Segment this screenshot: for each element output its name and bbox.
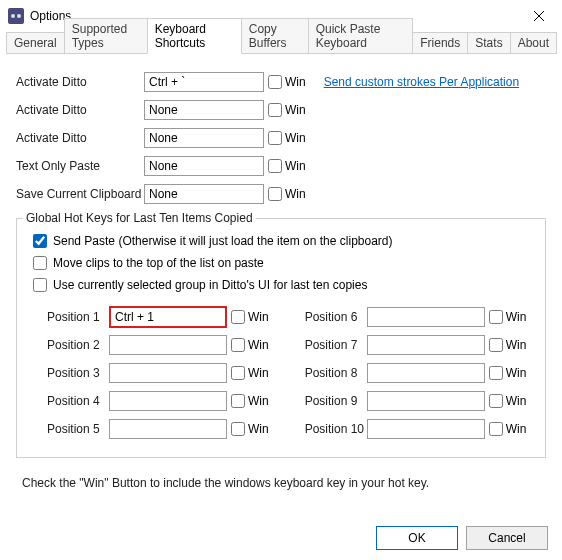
position-row: Position 10 Win bbox=[305, 417, 527, 441]
win-checkbox[interactable] bbox=[489, 310, 503, 324]
win-checkbox[interactable] bbox=[489, 422, 503, 436]
position-3-input[interactable] bbox=[109, 363, 227, 383]
position-row: Position 4 Win bbox=[47, 389, 269, 413]
text-only-paste-input[interactable] bbox=[144, 156, 264, 176]
win-check[interactable]: Win bbox=[489, 422, 527, 436]
option-label: Send Paste (Otherwise it will just load … bbox=[53, 234, 393, 248]
win-checkbox[interactable] bbox=[489, 366, 503, 380]
cancel-button[interactable]: Cancel bbox=[466, 526, 548, 550]
options-window: Options General Supported Types Keyboard… bbox=[0, 0, 562, 560]
position-2-input[interactable] bbox=[109, 335, 227, 355]
activate-ditto-input-2[interactable] bbox=[144, 100, 264, 120]
position-4-input[interactable] bbox=[109, 391, 227, 411]
close-button[interactable] bbox=[516, 0, 562, 32]
win-label: Win bbox=[248, 366, 269, 380]
win-check[interactable]: Win bbox=[268, 159, 306, 173]
position-9-input[interactable] bbox=[367, 391, 485, 411]
win-label: Win bbox=[285, 159, 306, 173]
win-checkbox[interactable] bbox=[231, 422, 245, 436]
shortcut-row: Text Only Paste Win bbox=[16, 154, 546, 178]
win-checkbox[interactable] bbox=[489, 338, 503, 352]
tab-keyboard-shortcuts[interactable]: Keyboard Shortcuts bbox=[147, 18, 242, 54]
win-label: Win bbox=[285, 131, 306, 145]
win-label: Win bbox=[506, 394, 527, 408]
activate-ditto-input-1[interactable] bbox=[144, 72, 264, 92]
win-checkbox[interactable] bbox=[231, 366, 245, 380]
global-hotkeys-group: Global Hot Keys for Last Ten Items Copie… bbox=[16, 218, 546, 458]
shortcut-label: Text Only Paste bbox=[16, 159, 144, 173]
dialog-button-bar: OK Cancel bbox=[376, 526, 548, 550]
tab-about[interactable]: About bbox=[510, 32, 557, 54]
ok-button[interactable]: OK bbox=[376, 526, 458, 550]
shortcut-row: Save Current Clipboard Win bbox=[16, 182, 546, 206]
position-row: Position 8 Win bbox=[305, 361, 527, 385]
save-current-clipboard-input[interactable] bbox=[144, 184, 264, 204]
win-checkbox[interactable] bbox=[231, 394, 245, 408]
tab-stats[interactable]: Stats bbox=[467, 32, 510, 54]
tab-supported-types[interactable]: Supported Types bbox=[64, 18, 148, 54]
position-6-input[interactable] bbox=[367, 307, 485, 327]
win-checkbox[interactable] bbox=[268, 187, 282, 201]
win-label: Win bbox=[506, 366, 527, 380]
win-label: Win bbox=[506, 338, 527, 352]
win-check[interactable]: Win bbox=[268, 103, 306, 117]
win-check[interactable]: Win bbox=[231, 310, 269, 324]
shortcut-label: Activate Ditto bbox=[16, 75, 144, 89]
footnote-text: Check the "Win" Button to include the wi… bbox=[22, 476, 546, 490]
position-10-input[interactable] bbox=[367, 419, 485, 439]
win-label: Win bbox=[248, 310, 269, 324]
win-checkbox[interactable] bbox=[268, 159, 282, 173]
position-label: Position 10 bbox=[305, 422, 367, 436]
use-selected-group-checkbox[interactable] bbox=[33, 278, 47, 292]
win-label: Win bbox=[506, 310, 527, 324]
position-5-input[interactable] bbox=[109, 419, 227, 439]
position-label: Position 4 bbox=[47, 394, 109, 408]
position-1-input[interactable] bbox=[109, 306, 227, 328]
tab-friends[interactable]: Friends bbox=[412, 32, 468, 54]
position-row: Position 9 Win bbox=[305, 389, 527, 413]
tab-quick-paste-keyboard[interactable]: Quick Paste Keyboard bbox=[308, 18, 414, 54]
position-label: Position 7 bbox=[305, 338, 367, 352]
win-checkbox[interactable] bbox=[231, 338, 245, 352]
send-paste-checkbox[interactable] bbox=[33, 234, 47, 248]
win-check[interactable]: Win bbox=[489, 366, 527, 380]
app-icon bbox=[8, 8, 24, 24]
win-check[interactable]: Win bbox=[231, 366, 269, 380]
win-checkbox[interactable] bbox=[268, 131, 282, 145]
shortcut-row: Activate Ditto Win Send custom strokes P… bbox=[16, 70, 546, 94]
group-title: Global Hot Keys for Last Ten Items Copie… bbox=[23, 211, 256, 225]
option-row: Send Paste (Otherwise it will just load … bbox=[27, 231, 535, 251]
win-checkbox[interactable] bbox=[268, 103, 282, 117]
win-check[interactable]: Win bbox=[268, 187, 306, 201]
tab-strip: General Supported Types Keyboard Shortcu… bbox=[0, 32, 562, 54]
move-clips-top-checkbox[interactable] bbox=[33, 256, 47, 270]
position-label: Position 9 bbox=[305, 394, 367, 408]
tab-copy-buffers[interactable]: Copy Buffers bbox=[241, 18, 309, 54]
win-check[interactable]: Win bbox=[489, 310, 527, 324]
position-8-input[interactable] bbox=[367, 363, 485, 383]
win-check[interactable]: Win bbox=[268, 75, 306, 89]
position-7-input[interactable] bbox=[367, 335, 485, 355]
win-check[interactable]: Win bbox=[231, 394, 269, 408]
position-label: Position 8 bbox=[305, 366, 367, 380]
send-custom-strokes-link[interactable]: Send custom strokes Per Application bbox=[324, 75, 519, 89]
win-check[interactable]: Win bbox=[489, 394, 527, 408]
position-row: Position 3 Win bbox=[47, 361, 269, 385]
win-check[interactable]: Win bbox=[268, 131, 306, 145]
win-checkbox[interactable] bbox=[489, 394, 503, 408]
option-row: Move clips to the top of the list on pas… bbox=[27, 253, 535, 273]
activate-ditto-input-3[interactable] bbox=[144, 128, 264, 148]
win-check[interactable]: Win bbox=[231, 338, 269, 352]
win-checkbox[interactable] bbox=[268, 75, 282, 89]
option-row: Use currently selected group in Ditto's … bbox=[27, 275, 535, 295]
position-row: Position 7 Win bbox=[305, 333, 527, 357]
position-label: Position 1 bbox=[47, 310, 109, 324]
win-check[interactable]: Win bbox=[231, 422, 269, 436]
win-label: Win bbox=[285, 187, 306, 201]
position-row: Position 6 Win bbox=[305, 305, 527, 329]
positions-right-column: Position 6 Win Position 7 Win Position 8… bbox=[305, 305, 527, 445]
tab-general[interactable]: General bbox=[6, 32, 65, 54]
win-check[interactable]: Win bbox=[489, 338, 527, 352]
win-checkbox[interactable] bbox=[231, 310, 245, 324]
close-icon bbox=[533, 10, 545, 22]
